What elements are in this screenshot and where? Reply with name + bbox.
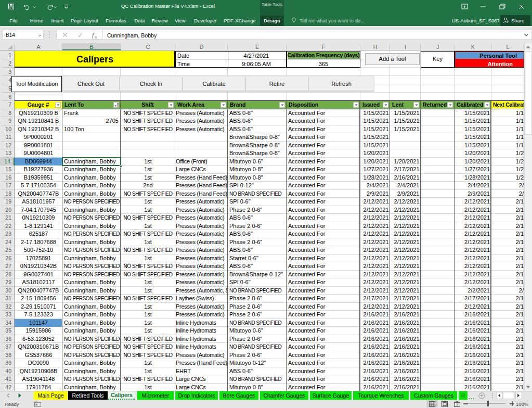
svg-text:x: x — [95, 34, 97, 39]
svg-text:f: f — [92, 32, 95, 39]
